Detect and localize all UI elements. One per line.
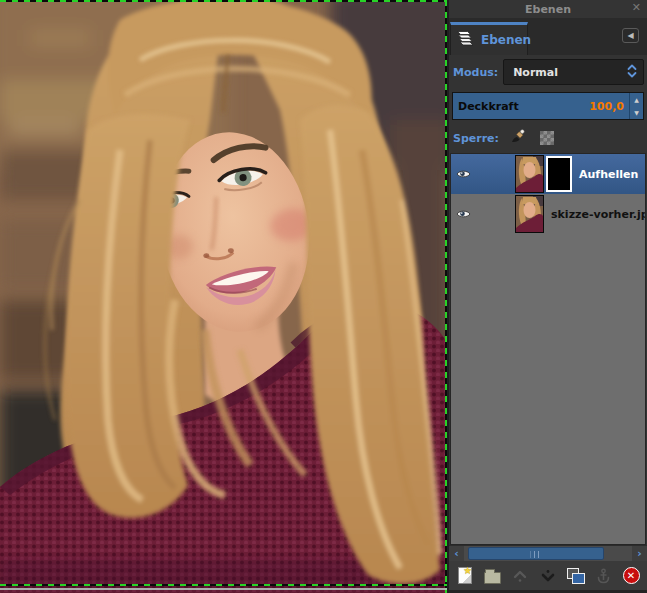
layer-row-skizze-vorher[interactable]: skizze-vorher.jpg <box>451 194 645 234</box>
opacity-slider[interactable]: Deckkraft 100,0 ▲ ▼ <box>452 92 644 120</box>
image-canvas[interactable] <box>0 0 447 593</box>
gimp-window: Ebenen ✕ Ebenen ◀ Modus: <box>0 0 647 593</box>
anchor-layer-button[interactable] <box>590 563 616 589</box>
layer-boundary-bottom <box>0 584 447 586</box>
raise-layer-icon <box>512 569 528 583</box>
duplicate-layer-icon <box>567 568 585 584</box>
mode-dropdown[interactable]: Normal <box>503 59 644 85</box>
star-badge-icon: ★ <box>463 566 472 576</box>
eye-icon <box>456 169 471 179</box>
scrollbar-thumb[interactable] <box>468 547 604 560</box>
layers-dock: Ebenen ✕ Ebenen ◀ Modus: <box>447 0 647 593</box>
visibility-toggle[interactable] <box>451 194 475 234</box>
duplicate-layer-button[interactable] <box>563 563 589 589</box>
dock-title: Ebenen <box>525 3 571 16</box>
scrollbar-grip <box>531 551 542 558</box>
lock-row: Sperre: <box>449 123 647 153</box>
opacity-row: Deckkraft 100,0 ▲ ▼ <box>449 89 647 123</box>
tab-menu-button[interactable]: ◀ <box>622 28 639 43</box>
layer-row-aufhellen[interactable]: Aufhellen <box>451 154 645 194</box>
layers-icon <box>456 30 476 50</box>
delete-layer-icon: ✕ <box>623 567 640 584</box>
eye-icon <box>456 209 471 219</box>
layer-name[interactable]: Aufhellen <box>579 168 638 181</box>
new-layer-button[interactable]: ★ <box>452 563 478 589</box>
close-icon[interactable]: ✕ <box>632 1 641 14</box>
new-layer-icon: ★ <box>458 567 472 584</box>
opacity-label: Deckkraft <box>458 100 589 113</box>
opacity-spinner: ▲ ▼ <box>629 93 643 119</box>
opacity-slider-track[interactable]: Deckkraft 100,0 <box>453 93 629 119</box>
lower-layer-button[interactable] <box>535 563 561 589</box>
layer-thumbnail[interactable] <box>515 155 544 193</box>
layer-name[interactable]: skizze-vorher.jpg <box>551 208 646 221</box>
delete-layer-button[interactable]: ✕ <box>618 563 644 589</box>
mode-row: Modus: Normal <box>449 55 647 89</box>
new-layer-group-button[interactable] <box>480 563 506 589</box>
folder-icon <box>484 572 501 584</box>
spinner-up-icon[interactable]: ▲ <box>630 93 643 106</box>
chevron-updown-icon <box>627 63 637 82</box>
lock-pixels-button[interactable] <box>508 128 528 148</box>
tab-layers-label: Ebenen <box>481 33 531 47</box>
raise-layer-button[interactable] <box>507 563 533 589</box>
scroll-left-icon[interactable]: ‹ <box>449 546 464 561</box>
lock-alpha-button[interactable] <box>537 128 557 148</box>
layer-boundary-top <box>0 0 447 2</box>
visibility-toggle[interactable] <box>451 154 475 194</box>
canvas-edge-line <box>0 588 447 590</box>
dock-tabrow: Ebenen ◀ <box>449 18 647 55</box>
tab-layers[interactable]: Ebenen <box>450 22 528 55</box>
paintbrush-icon <box>510 128 526 148</box>
lower-layer-icon <box>540 569 556 583</box>
detach-icon: ◀ <box>627 32 633 40</box>
opacity-value: 100,0 <box>589 100 624 113</box>
portrait-photo <box>0 0 447 593</box>
mode-label: Modus: <box>453 66 498 79</box>
layer-mask-thumbnail[interactable] <box>546 156 572 192</box>
lock-label: Sperre: <box>453 132 499 145</box>
spinner-down-icon[interactable]: ▼ <box>630 106 643 119</box>
dock-titlebar[interactable]: Ebenen ✕ <box>449 0 647 18</box>
anchor-icon <box>596 568 611 584</box>
layer-thumbnail[interactable] <box>515 195 544 233</box>
mode-value: Normal <box>513 66 627 79</box>
scrollbar-track[interactable] <box>464 546 632 561</box>
layer-list[interactable]: Aufhellen <box>450 153 646 545</box>
horizontal-scrollbar[interactable]: ‹ › <box>449 545 647 560</box>
scroll-right-icon[interactable]: › <box>632 546 647 561</box>
alpha-checker-icon <box>540 131 554 145</box>
layers-toolbar: ★ <box>449 560 647 590</box>
